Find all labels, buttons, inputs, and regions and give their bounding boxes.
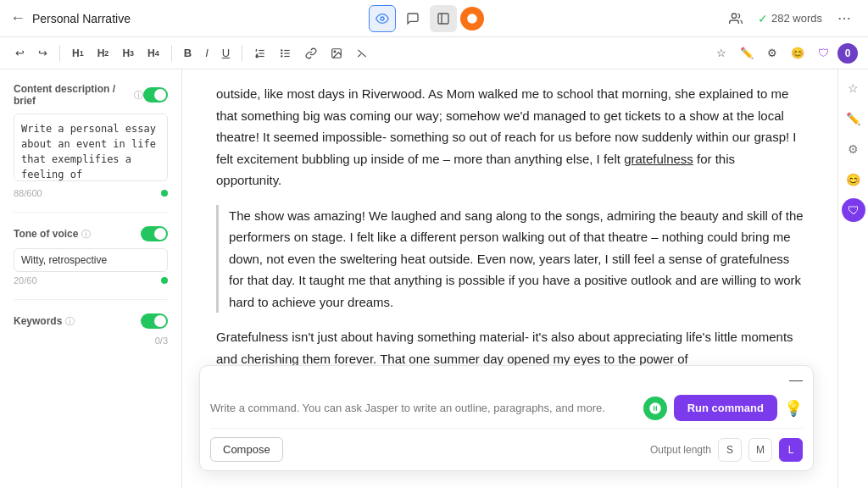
tone-toggle[interactable] [141,226,168,241]
tone-section-label: Tone of voice [14,228,78,240]
tone-status-dot [161,277,168,284]
paragraph-2: The show was amazing! We laughed and san… [216,205,804,313]
emoji-button[interactable]: 😊 [786,43,810,63]
ordered-list-button[interactable] [249,44,271,63]
right-icon-3[interactable]: ⚙ [842,137,865,161]
svg-point-4 [732,14,736,18]
keywords-info-icon[interactable]: ⓘ [65,315,75,328]
underlined-word: gratefulness [624,152,693,166]
tone-input[interactable] [14,248,168,272]
h3-button[interactable]: H3 [117,44,139,63]
svg-point-11 [281,49,282,50]
image-button[interactable] [326,44,348,63]
back-button[interactable]: ← [10,9,25,27]
content-section: Content description / brief ⓘ Write a pe… [14,83,168,198]
editor-area: outside, like most days in Riverwood. As… [182,69,837,488]
bold-button[interactable]: B [179,43,197,63]
output-length: Output length S M L [650,438,803,462]
toolbar-sep-2 [171,45,172,62]
check-icon: ✓ [758,12,768,25]
svg-point-12 [281,53,282,53]
tone-info-icon[interactable]: ⓘ [81,228,91,241]
right-icon-4[interactable]: 😊 [842,168,865,191]
svg-rect-1 [438,14,448,24]
content-section-label: Content description / brief [14,83,131,107]
toolbar-sep-1 [59,45,60,62]
divider-2 [14,299,168,300]
users-button[interactable] [722,5,749,32]
keywords-section: Keywords ⓘ 0/3 [14,313,168,346]
right-sidebar: ☆ ✏️ ⚙ 😊 🛡 [837,69,868,488]
divider-1 [14,212,168,213]
command-header: — [200,366,813,388]
command-box: — Run command 💡 Compose Output length S … [199,365,814,471]
view-button[interactable] [369,5,396,32]
h2-button[interactable]: H2 [92,44,114,63]
toolbar-sep-3 [242,45,242,62]
paragraph-1: outside, like most days in Riverwood. As… [216,83,804,191]
formatting-toolbar: ↩ ↪ H1 H2 H3 H4 B I U ☆ ✏️ ⚙ 😊 🛡 0 [0,37,868,69]
paragraph-3: Gratefulness isn't just about having som… [216,326,804,369]
undo-button[interactable]: ↩ [10,43,30,63]
size-m-button[interactable]: M [748,438,772,462]
svg-point-3 [467,14,477,24]
unordered-list-button[interactable] [275,44,297,63]
command-input[interactable] [210,402,637,414]
more-button[interactable]: ⋯ [831,5,858,32]
italic-button[interactable]: I [200,43,214,63]
compose-button[interactable]: Compose [210,437,283,462]
size-s-button[interactable]: S [718,438,742,462]
compose-row: Compose Output length S M L [200,429,813,470]
svg-point-0 [381,17,384,20]
svg-point-15 [334,51,336,53]
star-button[interactable]: ☆ [711,43,732,63]
right-icon-5[interactable]: 🛡 [842,198,865,222]
comment-button[interactable] [399,5,426,32]
settings-icon-button[interactable]: ⚙ [762,43,782,63]
minimize-button[interactable]: — [789,373,803,388]
bulb-button[interactable]: 💡 [784,399,803,418]
topbar-left: ← Personal Narrative [10,9,131,27]
notification-button[interactable] [460,7,484,30]
redo-button[interactable]: ↪ [33,43,53,63]
run-command-button[interactable]: Run command [674,395,777,421]
underline-button[interactable]: U [217,43,235,63]
svg-point-13 [281,55,282,56]
right-icon-1[interactable]: ☆ [842,76,865,100]
size-l-button[interactable]: L [779,438,803,462]
tone-char-count: 20/60 [14,275,37,286]
fx-button[interactable] [351,44,373,63]
sidebar: Content description / brief ⓘ Write a pe… [0,69,182,488]
content-info-icon[interactable]: ⓘ [134,89,143,102]
topbar: ← Personal Narrative ✓ 282 words ⋯ [0,0,868,37]
content-toggle[interactable] [143,87,168,103]
word-count: ✓ 282 words [758,12,822,25]
layout-button[interactable] [430,5,457,32]
keywords-section-label: Keywords [14,315,62,327]
jasper-icon[interactable] [643,396,667,420]
h4-button[interactable]: H4 [142,44,164,63]
topbar-right: ✓ 282 words ⋯ [722,5,858,32]
topbar-center [369,5,484,32]
content-textarea[interactable]: Write a personal essay about an event in… [14,114,168,181]
page-title: Personal Narrative [32,12,131,25]
shield-button[interactable]: 🛡 [813,43,834,63]
keywords-toggle[interactable] [141,313,168,329]
h1-button[interactable]: H1 [67,44,89,63]
right-icon-2[interactable]: ✏️ [842,107,865,130]
edit-icon-button[interactable]: ✏️ [735,43,759,63]
link-button[interactable] [300,44,322,63]
tone-section: Tone of voice ⓘ 20/60 [14,226,168,286]
content-status-dot [161,190,168,197]
command-input-row: Run command 💡 [200,388,813,428]
user-avatar: 0 [837,43,858,64]
main-content: Content description / brief ⓘ Write a pe… [0,69,868,488]
output-length-label: Output length [650,444,711,456]
keywords-char-count: 0/3 [155,336,168,346]
content-char-count: 88/600 [14,188,42,198]
